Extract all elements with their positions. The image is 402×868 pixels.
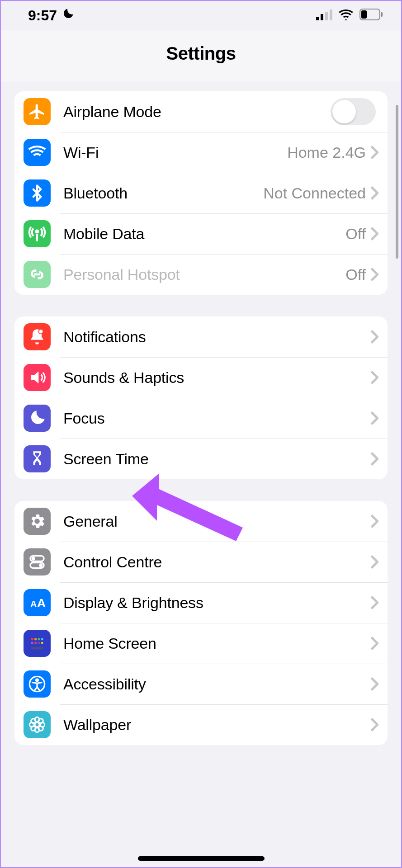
- chevron-right-icon: [370, 371, 378, 384]
- chevron-right-icon: [370, 514, 378, 528]
- status-time: 9:57: [28, 7, 57, 24]
- row-value: Off: [345, 225, 366, 243]
- row-screen-time[interactable]: Screen Time: [14, 439, 388, 479]
- svg-rect-20: [31, 642, 33, 644]
- chevron-right-icon: [370, 330, 378, 344]
- row-label: Notifications: [63, 328, 370, 346]
- svg-text:A: A: [30, 599, 37, 609]
- antenna-icon: [24, 220, 51, 247]
- text-size-icon: AA: [24, 589, 51, 616]
- row-notifications[interactable]: Notifications: [14, 316, 388, 357]
- svg-rect-1: [321, 14, 323, 20]
- row-label: Mobile Data: [63, 225, 345, 243]
- notifications-bell-icon: [24, 323, 51, 350]
- settings-group-system: General Control Centre AA Display & Brig…: [14, 501, 388, 745]
- svg-rect-22: [38, 642, 40, 644]
- row-label: Accessibility: [63, 675, 370, 693]
- row-sounds-haptics[interactable]: Sounds & Haptics: [14, 357, 388, 398]
- svg-point-27: [35, 722, 39, 727]
- svg-rect-18: [38, 638, 40, 640]
- chevron-right-icon: [370, 596, 378, 609]
- row-value: Home 2.4G: [287, 144, 366, 161]
- airplane-mode-toggle[interactable]: [331, 98, 376, 125]
- row-label: General: [63, 513, 370, 530]
- wifi-icon: [24, 139, 51, 166]
- chevron-right-icon: [370, 227, 378, 241]
- row-accessibility[interactable]: Accessibility: [14, 664, 388, 704]
- row-control-centre[interactable]: Control Centre: [14, 542, 388, 582]
- row-wifi[interactable]: Wi-Fi Home 2.4G: [14, 132, 388, 173]
- svg-rect-16: [31, 638, 33, 640]
- settings-content: Airplane Mode Wi-Fi Home 2.4G Bluetooth …: [1, 91, 401, 745]
- chevron-right-icon: [370, 452, 378, 466]
- chevron-right-icon: [370, 677, 378, 691]
- svg-rect-23: [41, 642, 43, 644]
- svg-point-26: [36, 679, 38, 681]
- svg-point-12: [39, 563, 43, 567]
- control-centre-icon: [24, 548, 51, 576]
- row-focus[interactable]: Focus: [14, 398, 388, 439]
- chevron-right-icon: [370, 268, 378, 281]
- svg-rect-6: [381, 12, 383, 17]
- svg-rect-3: [330, 9, 332, 20]
- row-label: Airplane Mode: [63, 103, 331, 121]
- row-label: Display & Brightness: [63, 594, 370, 612]
- page-title: Settings: [1, 43, 401, 64]
- row-airplane-mode[interactable]: Airplane Mode: [14, 91, 388, 132]
- row-label: Bluetooth: [63, 184, 263, 202]
- gear-icon: [24, 508, 51, 535]
- svg-rect-0: [316, 17, 319, 20]
- row-wallpaper[interactable]: Wallpaper: [14, 704, 388, 745]
- status-bar: 9:57: [1, 1, 401, 30]
- svg-rect-17: [34, 638, 37, 640]
- row-bluetooth[interactable]: Bluetooth Not Connected: [14, 173, 388, 213]
- moon-icon: [24, 405, 51, 432]
- svg-point-7: [36, 231, 38, 233]
- dnd-moon-icon: [61, 7, 74, 24]
- scrollbar-indicator: [396, 105, 398, 259]
- cellular-signal-icon: [316, 7, 332, 24]
- row-value: Not Connected: [263, 184, 366, 202]
- bluetooth-icon: [24, 179, 51, 207]
- row-label: Sounds & Haptics: [63, 369, 370, 387]
- row-label: Control Centre: [63, 553, 370, 571]
- wallpaper-flower-icon: [24, 711, 51, 738]
- svg-rect-21: [34, 642, 37, 644]
- chevron-right-icon: [370, 146, 378, 159]
- wifi-status-icon: [339, 7, 353, 24]
- row-mobile-data[interactable]: Mobile Data Off: [14, 213, 388, 254]
- row-personal-hotspot[interactable]: Personal Hotspot Off: [14, 254, 388, 295]
- svg-rect-24: [31, 647, 43, 649]
- hotspot-link-icon: [24, 261, 51, 288]
- nav-header: Settings: [1, 30, 401, 82]
- svg-point-10: [32, 557, 35, 560]
- row-label: Personal Hotspot: [63, 266, 345, 283]
- svg-text:A: A: [37, 596, 46, 610]
- airplane-icon: [24, 98, 51, 125]
- chevron-right-icon: [370, 637, 378, 650]
- speaker-icon: [24, 364, 51, 391]
- chevron-right-icon: [370, 718, 378, 731]
- svg-rect-2: [325, 12, 328, 20]
- chevron-right-icon: [370, 555, 378, 569]
- settings-group-alerts: Notifications Sounds & Haptics Focus: [14, 316, 388, 479]
- svg-rect-19: [41, 638, 43, 640]
- row-label: Wi-Fi: [63, 144, 287, 161]
- row-label: Focus: [63, 410, 370, 427]
- home-screen-grid-icon: [24, 630, 51, 657]
- row-home-screen[interactable]: Home Screen: [14, 623, 388, 664]
- battery-icon: [359, 7, 383, 24]
- accessibility-icon: [24, 670, 51, 698]
- home-indicator[interactable]: [138, 856, 265, 861]
- row-value: Off: [345, 266, 366, 283]
- row-display-brightness[interactable]: AA Display & Brightness: [14, 582, 388, 623]
- svg-point-8: [38, 329, 43, 334]
- chevron-right-icon: [370, 411, 378, 425]
- row-label: Screen Time: [63, 450, 370, 468]
- row-label: Wallpaper: [63, 716, 370, 734]
- settings-group-connectivity: Airplane Mode Wi-Fi Home 2.4G Bluetooth …: [14, 91, 388, 295]
- svg-rect-5: [361, 10, 367, 19]
- chevron-right-icon: [370, 186, 378, 200]
- row-label: Home Screen: [63, 635, 370, 652]
- row-general[interactable]: General: [14, 501, 388, 542]
